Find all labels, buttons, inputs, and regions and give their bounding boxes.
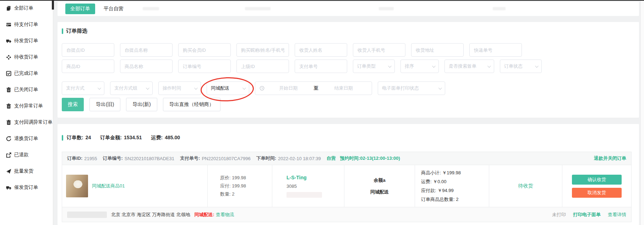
scrollbar-track[interactable] [640,0,644,225]
sidebar-item-closed[interactable]: 已关闭订单 [0,81,53,98]
city-delivery-label: 同城配送: [194,212,214,218]
order-block: 订单ID: 21955 订单编号: SN2202101807BADE31 支付单… [62,152,632,222]
pay-sn-label: 支付单号: [180,155,200,162]
product-name-link[interactable]: 同城配送商品01 [92,183,125,189]
order-tabs-bar: 全部订单 平台自营 [58,2,639,16]
sidebar-item-label: 支付异常订单 [14,103,43,109]
filter-row-1 [62,43,522,57]
order-status-select[interactable]: 订单状态 [500,60,542,73]
consignee-name-input[interactable] [295,43,347,57]
send-icon [6,169,11,174]
footer-actions: 未打印 打印电子面单 查看详情 [552,212,626,218]
search-button[interactable]: 搜索 [62,98,84,111]
cancel-shipment-button[interactable]: 取消发货 [572,188,622,198]
order-type-select[interactable]: 订单类型 [353,60,395,73]
chevron-down-icon [487,64,491,68]
buyer-nickname-input[interactable] [236,43,289,57]
export-direct-button[interactable]: 导出直推（经销商） [163,98,220,111]
sidebar-item-pending-shipment[interactable]: 待发货订单 [0,33,53,49]
product-name-input[interactable] [120,60,173,73]
sidebar-item-pending-receipt[interactable]: 待收货订单 [0,49,53,65]
credit-card-icon [6,22,11,27]
trash-icon [6,120,11,125]
pay-method-select[interactable]: 支付方式 [62,81,104,95]
date-range-picker[interactable]: 开始日期 至 结束日期 [255,81,372,95]
pay-sn-input[interactable] [295,60,347,73]
chevron-down-icon [146,86,149,90]
freight-value: 485.00 [165,135,180,140]
view-logistics-link[interactable]: 查看物流 [216,212,234,218]
pay-sn-value: PN2202101807CA7996 [202,156,250,161]
filter-section-title: 订单筛选 [62,28,87,34]
delivery-method: 同城配送 [370,189,389,195]
tracking-number-input[interactable] [469,43,522,57]
trash-icon [6,103,11,109]
payable-price: 应付: 199.98 [220,183,272,189]
buyer-member-id-input[interactable] [178,43,231,57]
confirm-receipt-button[interactable]: 确认收货 [572,175,622,185]
sidebar-item-completed[interactable]: 已完成订单 [0,65,53,81]
first-order-select[interactable]: 是否搜索首单 [444,60,494,73]
sidebar-item-refunded[interactable]: 已退款 [0,147,53,163]
print-status-text: 未打印 [552,212,566,218]
trash-icon [6,87,11,92]
dark-smudge [52,0,54,10]
payment-cell: 余额a 同城配送 [344,165,415,207]
order-count-label: 订单数: [67,135,83,141]
sidebar-item-batch-shipment[interactable]: 批量发货 [0,163,53,179]
chevron-down-icon [194,86,198,90]
chevron-down-icon [438,86,442,90]
order-amount-value: 1534.51 [124,135,142,140]
price-cell: 原价: 199.98 应付: 199.98 数量: 2 [208,165,272,207]
sort-select[interactable]: 排序 [400,60,439,73]
sidebar-item-label: 已完成订单 [14,70,38,77]
view-detail-link[interactable]: 查看详情 [608,212,626,218]
sidebar-item-pending-payment[interactable]: 待支付订单 [0,16,53,33]
order-sn-input[interactable] [178,60,231,73]
payment-method: 余额a [373,177,385,184]
sidebar-item-return-exchange[interactable]: 退换货订单 [0,130,53,147]
export-new-button[interactable]: 导出(新) [126,98,157,111]
pickup-id-input[interactable] [62,43,114,57]
sidebar-item-urge-shipment[interactable]: 催发货订单 [0,179,53,196]
buyer-name-link[interactable]: L-S-Ting [286,175,344,180]
product-id-input[interactable] [62,60,114,73]
order-row: 同城配送商品01 原价: 199.98 应付: 199.98 数量: 2 L-S… [62,165,631,207]
tab-all-orders[interactable]: 全部订单 [65,4,95,14]
pay-method-group-select[interactable]: 支付方式组 [110,81,153,95]
city-delivery-select[interactable]: 同城配送 [207,81,249,95]
chevron-down-icon [388,64,392,68]
boxes-icon [6,55,11,60]
status-cell: 待收货 [489,165,562,207]
sidebar-item-all-orders[interactable]: 全部订单 [0,0,53,16]
order-id-label: 订单ID: [67,155,82,162]
censored-block [143,7,159,10]
operate-time-select[interactable]: 操作时间 [158,81,201,95]
censored-block [493,7,506,10]
sidebar-item-label: 待发货订单 [14,38,38,44]
sidebar: 全部订单 待支付订单 待发货订单 待收货订单 已完成订单 已关闭订单 支付异常订… [0,0,53,225]
sidebar-item-payment-error[interactable]: 支付异常订单 [0,98,53,114]
censored-block [245,7,271,10]
censored-block [379,7,394,10]
refund-close-link[interactable]: 退款并关闭订单 [594,155,626,162]
sidebar-item-label: 已退款 [14,152,29,158]
filter-panel: 订单筛选 订单类型 排序 是否搜索首单 订单状态 支付方式 支付方式组 操作时间… [58,22,639,118]
eprint-status-select[interactable]: 电子面单打印状态 [378,81,445,95]
tab-platform-self[interactable]: 平台自营 [104,6,124,12]
sidebar-item-payment-callback-error[interactable]: 支付回调异常订单 [0,114,53,130]
order-count-value: 24 [86,135,91,140]
chevron-down-icon [98,86,101,90]
parent-id-input[interactable] [236,60,289,73]
print-eorder-link[interactable]: 打印电子面单 [573,212,601,218]
order-time-label: 下单时间: [256,155,276,162]
sidebar-item-label: 全部订单 [14,5,33,11]
order-sn-value: SN2202101807BADE31 [125,156,174,161]
pickup-name-input[interactable] [120,43,173,57]
address-input[interactable] [411,43,464,57]
censored-phone-block [286,192,322,198]
chevron-down-icon [432,64,436,68]
export-old-button[interactable]: 导出(旧) [89,98,120,111]
buyer-id: 3085 [286,184,344,189]
consignee-phone-input[interactable] [353,43,405,57]
